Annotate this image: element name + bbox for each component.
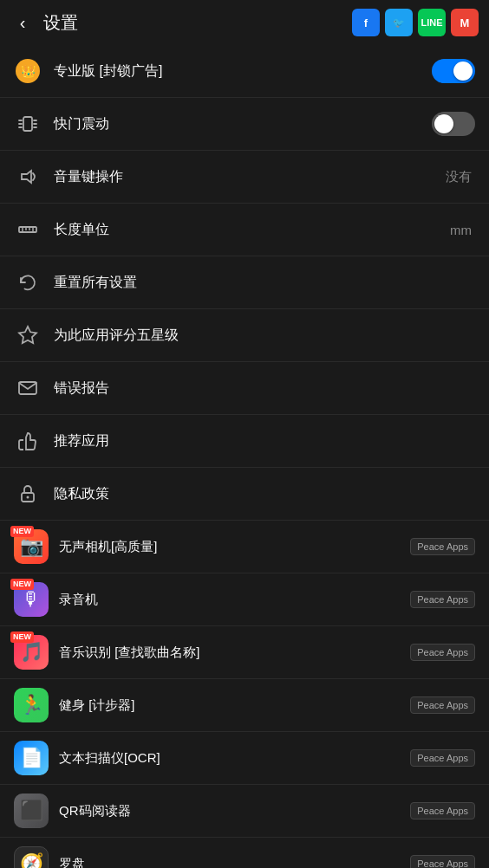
rate-label: 为此应用评分五星级 — [54, 327, 475, 345]
app-row-recorder[interactable]: 🎙NEW录音机Peace Apps — [0, 573, 489, 626]
header: ‹ 设置 f 🐦 LINE M — [0, 0, 489, 45]
back-button[interactable]: ‹ — [10, 10, 35, 35]
app-icon-music: 🎵NEW — [14, 635, 49, 670]
haptic-label: 快门震动 — [54, 115, 432, 133]
facebook-icon[interactable]: f — [352, 9, 380, 36]
app-row-fitness[interactable]: 🏃健身 [计步器]Peace Apps — [0, 679, 489, 732]
error-row[interactable]: 错误报告 — [0, 362, 489, 415]
pro-lock-toggle[interactable] — [432, 59, 475, 83]
privacy-label: 隐私政策 — [54, 485, 475, 503]
reset-icon — [14, 269, 42, 296]
peace-apps-badge-qr: Peace Apps — [410, 802, 475, 819]
social-icons: f 🐦 LINE M — [352, 9, 479, 36]
app-icon-compass: 🧭 — [14, 846, 49, 868]
peace-apps-badge-ocr: Peace Apps — [410, 749, 475, 767]
app-row-music[interactable]: 🎵NEW音乐识别 [查找歌曲名称]Peace Apps — [0, 626, 489, 679]
mail-icon — [14, 374, 42, 402]
lock-icon — [14, 480, 42, 508]
new-badge-camera: NEW — [10, 526, 34, 537]
app-name-music: 音乐识别 [查找歌曲名称] — [59, 645, 410, 661]
peace-apps-badge-compass: Peace Apps — [410, 855, 475, 868]
app-name-qr: QR码阅读器 — [59, 803, 410, 819]
app-icon-fitness: 🏃 — [14, 688, 49, 722]
pro-lock-row[interactable]: 👑 专业版 [封锁广告] — [0, 45, 489, 98]
svg-point-18 — [27, 496, 29, 499]
new-badge-music: NEW — [10, 632, 34, 643]
settings-section: 👑 专业版 [封锁广告] 快门震动 — [0, 45, 489, 521]
volume-key-label: 音量键操作 — [54, 168, 446, 186]
apps-section: 📷NEW无声相机[高质量]Peace Apps🎙NEW录音机Peace Apps… — [0, 521, 489, 868]
app-name-camera: 无声相机[高质量] — [59, 539, 410, 555]
thumbsup-icon — [14, 427, 42, 455]
app-name-fitness: 健身 [计步器] — [59, 697, 410, 714]
app-name-ocr: 文本扫描仪[OCR] — [59, 750, 410, 767]
app-icon-ocr: 📄 — [14, 741, 49, 775]
haptic-toggle[interactable] — [432, 112, 475, 136]
page-title: 设置 — [43, 11, 352, 35]
star-icon — [14, 321, 42, 349]
svg-rect-10 — [19, 227, 36, 232]
peace-apps-badge-camera: Peace Apps — [410, 538, 475, 555]
error-label: 错误报告 — [54, 379, 475, 398]
peace-apps-badge-fitness: Peace Apps — [410, 696, 475, 714]
line-icon[interactable]: LINE — [418, 9, 446, 36]
unit-row[interactable]: 长度单位 mm — [0, 204, 489, 256]
volume-key-row[interactable]: 音量键操作 没有 — [0, 151, 489, 204]
peace-apps-badge-music: Peace Apps — [410, 644, 475, 661]
app-row-ocr[interactable]: 📄文本扫描仪[OCR]Peace Apps — [0, 732, 489, 785]
reset-row[interactable]: 重置所有设置 — [0, 256, 489, 309]
svg-text:👑: 👑 — [21, 64, 36, 79]
app-row-qr[interactable]: ⬛QR码阅读器Peace Apps — [0, 785, 489, 838]
gmail-icon[interactable]: M — [451, 9, 479, 36]
pro-icon: 👑 — [14, 57, 42, 85]
app-row-compass[interactable]: 🧭罗盘Peace Apps — [0, 838, 489, 868]
app-name-recorder: 录音机 — [59, 592, 410, 608]
app-icon-qr: ⬛ — [14, 794, 49, 828]
recommend-row[interactable]: 推荐应用 — [0, 415, 489, 468]
svg-marker-9 — [22, 171, 31, 183]
volume-key-value: 没有 — [446, 169, 472, 185]
pro-lock-label: 专业版 [封锁广告] — [54, 62, 432, 81]
svg-rect-2 — [23, 117, 32, 131]
app-name-compass: 罗盘 — [59, 856, 410, 869]
app-row-camera[interactable]: 📷NEW无声相机[高质量]Peace Apps — [0, 521, 489, 573]
svg-marker-15 — [19, 327, 36, 343]
new-badge-recorder: NEW — [10, 579, 34, 590]
haptic-icon — [14, 110, 42, 138]
privacy-row[interactable]: 隐私政策 — [0, 468, 489, 521]
rate-row[interactable]: 为此应用评分五星级 — [0, 309, 489, 362]
haptic-row[interactable]: 快门震动 — [0, 98, 489, 151]
recommend-label: 推荐应用 — [54, 432, 475, 450]
app-icon-recorder: 🎙NEW — [14, 582, 49, 617]
unit-icon — [14, 216, 42, 243]
volume-icon — [14, 163, 42, 191]
app-icon-camera: 📷NEW — [14, 529, 49, 564]
reset-label: 重置所有设置 — [54, 274, 475, 292]
unit-value: mm — [450, 223, 472, 237]
peace-apps-badge-recorder: Peace Apps — [410, 591, 475, 608]
unit-label: 长度单位 — [54, 221, 450, 239]
twitter-icon[interactable]: 🐦 — [385, 9, 413, 36]
